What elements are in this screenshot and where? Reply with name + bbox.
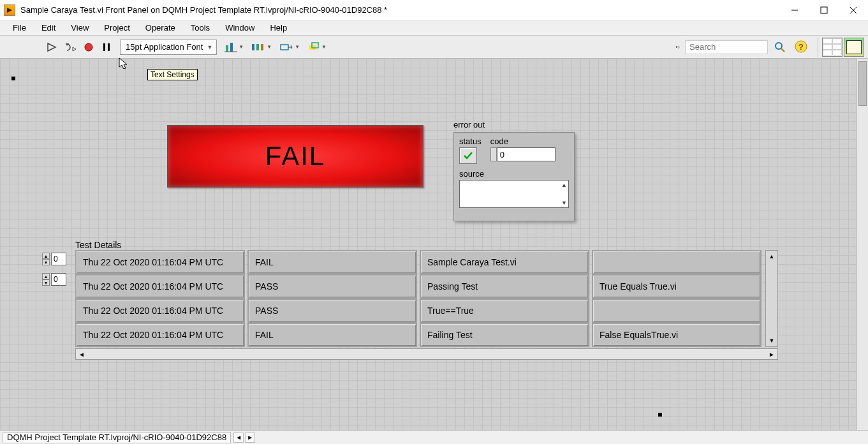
resize-handle[interactable] [658, 413, 662, 417]
svg-rect-13 [252, 44, 254, 50]
search-icon[interactable] [772, 39, 788, 56]
cell-result: PASS [247, 274, 417, 299]
menu-operate[interactable]: Operate [138, 22, 183, 34]
maximize-button[interactable] [809, 0, 839, 20]
checkmark-icon [463, 151, 473, 161]
distribute-objects-button[interactable]: ▼ [250, 40, 273, 55]
svg-rect-14 [256, 44, 259, 50]
scroll-up-icon[interactable]: ▲ [561, 182, 567, 188]
svg-text:?: ? [798, 42, 804, 52]
font-selector[interactable]: 15pt Application Font ▼ [120, 40, 217, 55]
menu-view[interactable]: View [63, 22, 96, 34]
svg-line-20 [781, 48, 784, 52]
menu-help[interactable]: Help [262, 22, 295, 34]
origin-marker [11, 77, 15, 80]
nav-next-button[interactable]: ► [245, 433, 255, 443]
cell-timestamp: Thu 22 Oct 2020 01:16:04 PM UTC [75, 299, 245, 323]
cell-timestamp: Thu 22 Oct 2020 01:16:04 PM UTC [75, 274, 245, 299]
align-objects-button[interactable]: ▼ [223, 40, 245, 55]
scroll-down-icon[interactable]: ▼ [561, 200, 567, 206]
menu-file[interactable]: File [5, 22, 34, 34]
cell-extra: True Equals True.vi [592, 274, 761, 299]
search-scope-icon[interactable]: •› [673, 43, 682, 50]
cell-timestamp: Thu 22 Oct 2020 01:16:04 PM UTC [75, 323, 245, 347]
menu-edit[interactable]: Edit [34, 22, 63, 34]
array-index-1-input[interactable] [51, 273, 66, 286]
status-bar: DQMH Project Template RT.lvproj/NI-cRIO-… [0, 430, 868, 444]
spin-down-icon[interactable]: ▼ [42, 259, 50, 265]
svg-rect-16 [281, 45, 288, 50]
cell-name: Passing Test [420, 274, 589, 299]
error-out-cluster[interactable]: status code source ▲ ▼ [453, 132, 575, 221]
cell-extra [592, 250, 761, 274]
nav-prev-button[interactable]: ◄ [233, 433, 244, 443]
svg-rect-15 [261, 44, 263, 50]
source-textarea[interactable]: ▲ ▼ [459, 180, 569, 208]
svg-rect-9 [108, 43, 110, 51]
cell-extra [592, 299, 761, 323]
tooltip: Text Settings [147, 69, 198, 80]
table-row[interactable]: Thu 22 Oct 2020 01:16:04 PM UTC PASS Pas… [75, 274, 765, 299]
cell-result: FAIL [247, 250, 417, 274]
table-row[interactable]: Thu 22 Oct 2020 01:16:04 PM UTC FAIL Fai… [75, 323, 765, 347]
status-label: status [459, 137, 482, 146]
svg-rect-8 [103, 43, 105, 51]
context-help-button[interactable]: ? [795, 40, 809, 54]
abort-button[interactable] [82, 39, 96, 56]
code-spinner[interactable] [490, 147, 497, 161]
connector-pane-icon[interactable] [822, 38, 842, 57]
menu-window[interactable]: Window [217, 22, 262, 34]
test-details-table[interactable]: Thu 22 Oct 2020 01:16:04 PM UTC FAIL Sam… [75, 250, 778, 360]
search-input[interactable] [685, 40, 768, 54]
cell-name: Failing Test [420, 323, 589, 347]
svg-marker-6 [73, 47, 76, 51]
table-row[interactable]: Thu 22 Oct 2020 01:16:04 PM UTC FAIL Sam… [75, 250, 765, 274]
cell-name: Sample Caraya Test.vi [420, 250, 589, 274]
code-input[interactable] [497, 147, 555, 161]
resize-objects-button[interactable]: ▼ [278, 40, 301, 55]
spin-up-icon[interactable]: ▲ [42, 273, 50, 279]
code-label: code [490, 137, 569, 146]
pass-fail-indicator[interactable]: FAIL [167, 125, 423, 188]
status-indicator[interactable] [459, 147, 477, 164]
minimize-button[interactable] [780, 0, 809, 20]
canvas-vertical-scrollbar[interactable] [857, 59, 868, 430]
cell-name: True==True [420, 299, 589, 323]
pause-button[interactable] [98, 39, 115, 56]
array-index-0-input[interactable] [51, 253, 66, 265]
chevron-down-icon: ▼ [207, 44, 212, 50]
svg-point-7 [85, 43, 92, 51]
close-button[interactable] [839, 0, 868, 20]
front-panel-canvas[interactable]: FAIL error out status code source ▲ [0, 59, 868, 430]
source-label: source [459, 169, 569, 179]
run-button[interactable] [43, 39, 60, 56]
pass-fail-text: FAIL [265, 141, 325, 172]
array-index-1[interactable]: ▲▼ [42, 273, 70, 286]
svg-marker-0 [7, 8, 12, 13]
spin-up-icon[interactable]: ▲ [42, 253, 50, 259]
cell-result: FAIL [247, 323, 417, 347]
toolbar: 15pt Application Font ▼ ▼ ▼ ▼ ▼ •› ? [0, 36, 868, 59]
svg-rect-2 [821, 7, 827, 13]
status-project-path[interactable]: DQMH Project Template RT.lvproj/NI-cRIO-… [3, 432, 231, 443]
cell-timestamp: Thu 22 Oct 2020 01:16:04 PM UTC [75, 250, 245, 274]
reorder-button[interactable]: ▼ [306, 40, 328, 55]
table-horizontal-scrollbar[interactable]: ◄► [75, 348, 778, 360]
test-details-label: Test Details [75, 240, 121, 250]
cell-extra: False EqualsTrue.vi [592, 323, 761, 347]
array-index-0[interactable]: ▲▼ [42, 253, 70, 265]
table-vertical-scrollbar[interactable]: ▲▼ [765, 250, 778, 347]
cell-result: PASS [247, 299, 417, 323]
font-selector-label: 15pt Application Font [126, 42, 203, 52]
table-row[interactable]: Thu 22 Oct 2020 01:16:04 PM UTC PASS Tru… [75, 299, 765, 323]
title-bar: Sample Caraya Test.vi Front Panel on DQM… [0, 0, 868, 20]
svg-rect-11 [230, 43, 233, 52]
error-out-label: error out [453, 120, 485, 130]
run-continuous-button[interactable] [63, 39, 79, 56]
spin-down-icon[interactable]: ▼ [42, 279, 50, 286]
window-title: Sample Caraya Test.vi Front Panel on DQM… [20, 5, 387, 15]
menu-project[interactable]: Project [96, 22, 137, 34]
menu-tools[interactable]: Tools [183, 22, 217, 34]
svg-rect-10 [226, 45, 228, 52]
vi-icon[interactable] [844, 38, 864, 57]
